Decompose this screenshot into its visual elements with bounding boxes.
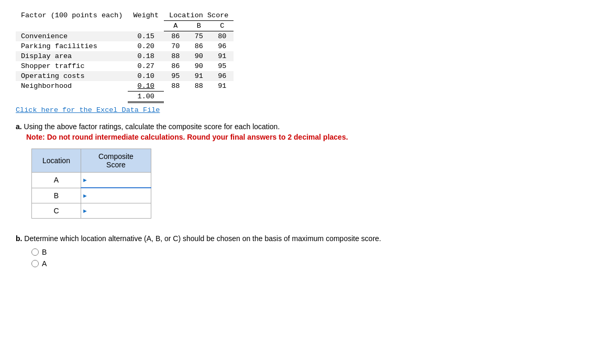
question-b-section: b. Determine which location alternative … — [16, 234, 584, 268]
total-blank4 — [210, 92, 234, 103]
question-b-body: Determine which location alternative (A,… — [24, 234, 381, 243]
composite-location-header: Location — [32, 149, 81, 173]
location-score-header: Location Score — [164, 10, 234, 21]
weight-cell: 0.20 — [128, 41, 164, 51]
arrow-icon: ► — [82, 192, 88, 199]
weight-cell: 0.10 — [128, 71, 164, 81]
arrow-icon: ► — [82, 208, 88, 214]
score-c-cell: 96 — [210, 71, 234, 81]
composite-score-cell[interactable]: ► — [81, 188, 151, 203]
factor-cell: Neighborhood — [16, 81, 128, 92]
score-c-cell: 80 — [210, 31, 234, 42]
score-b-cell: 90 — [187, 51, 210, 61]
composite-score-cell[interactable]: ► — [81, 203, 151, 219]
score-b-cell: 86 — [187, 41, 210, 51]
factor-col-blank — [16, 21, 128, 31]
radio-group: B A — [31, 248, 584, 268]
total-blank3 — [187, 92, 210, 103]
radio-input-a[interactable] — [31, 260, 39, 267]
composite-score-header: CompositeScore — [81, 149, 151, 173]
radio-label-a: A — [42, 259, 47, 268]
weight-cell: 0.15 — [128, 31, 164, 42]
composite-table: Location CompositeScore A ► B ► C — [31, 149, 151, 219]
score-a-cell: 95 — [164, 71, 187, 81]
table-row: Convenience 0.15 86 75 80 — [16, 31, 234, 42]
factor-cell: Convenience — [16, 31, 128, 42]
composite-score-input[interactable] — [88, 203, 151, 218]
question-b-label: b. — [16, 234, 22, 243]
question-a-section: a. Using the above factor ratings, calcu… — [16, 122, 584, 141]
score-b-cell: 90 — [187, 61, 210, 71]
composite-score-input[interactable] — [88, 173, 151, 187]
composite-location-cell: C — [32, 203, 81, 219]
table-row: Neighborhood 0.10 88 88 91 — [16, 81, 234, 92]
score-c-cell: 91 — [210, 81, 234, 92]
composite-location-cell: B — [32, 188, 81, 203]
score-a-cell: 88 — [164, 51, 187, 61]
factor-header: Factor (100 points each) — [16, 10, 128, 21]
composite-location-cell: A — [32, 173, 81, 188]
factor-table: Factor (100 points each) Weight Location… — [16, 10, 234, 103]
radio-option: B — [31, 248, 584, 256]
factor-cell: Operating costs — [16, 71, 128, 81]
total-blank — [16, 92, 128, 103]
score-b-cell: 91 — [187, 71, 210, 81]
total-weight: 1.00 — [128, 92, 164, 103]
weight-cell: 0.27 — [128, 61, 164, 71]
radio-label-b: B — [42, 248, 47, 256]
score-c-cell: 91 — [210, 51, 234, 61]
question-a-note: Note: Do not round intermediate calculat… — [26, 133, 584, 141]
table-row: Display area 0.18 88 90 91 — [16, 51, 234, 61]
composite-score-input[interactable] — [88, 188, 151, 203]
table-row: Shopper traffic 0.27 86 90 95 — [16, 61, 234, 71]
score-a-cell: 70 — [164, 41, 187, 51]
score-b-cell: 88 — [187, 81, 210, 92]
score-c-cell: 96 — [210, 41, 234, 51]
composite-row: B ► — [32, 188, 151, 203]
question-b-text: b. Determine which location alternative … — [16, 234, 584, 243]
col-c-header: C — [210, 21, 234, 31]
table-row: Operating costs 0.10 95 91 96 — [16, 71, 234, 81]
composite-score-cell[interactable]: ► — [81, 173, 151, 188]
factor-cell: Parking facilities — [16, 41, 128, 51]
question-a-body: Using the above factor ratings, calculat… — [24, 122, 280, 131]
question-a-label: a. — [16, 122, 22, 131]
score-a-cell: 86 — [164, 61, 187, 71]
score-a-cell: 88 — [164, 81, 187, 92]
arrow-icon: ► — [82, 177, 88, 183]
factor-cell: Display area — [16, 51, 128, 61]
score-b-cell: 75 — [187, 31, 210, 42]
question-a-text: a. Using the above factor ratings, calcu… — [16, 122, 584, 131]
composite-row: A ► — [32, 173, 151, 188]
weight-cell: 0.18 — [128, 51, 164, 61]
factor-cell: Shopper traffic — [16, 61, 128, 71]
radio-option: A — [31, 259, 584, 268]
score-a-cell: 86 — [164, 31, 187, 42]
score-c-cell: 95 — [210, 61, 234, 71]
table-row: Parking facilities 0.20 70 86 96 — [16, 41, 234, 51]
radio-input-b[interactable] — [31, 248, 39, 256]
weight-header: Weight — [128, 10, 164, 21]
total-blank2 — [164, 92, 187, 103]
composite-row: C ► — [32, 203, 151, 219]
weight-col-blank — [128, 21, 164, 31]
weight-cell: 0.10 — [128, 81, 164, 92]
col-b-header: B — [187, 21, 210, 31]
excel-link[interactable]: Click here for the Excel Data File — [16, 106, 160, 114]
col-a-header: A — [164, 21, 187, 31]
